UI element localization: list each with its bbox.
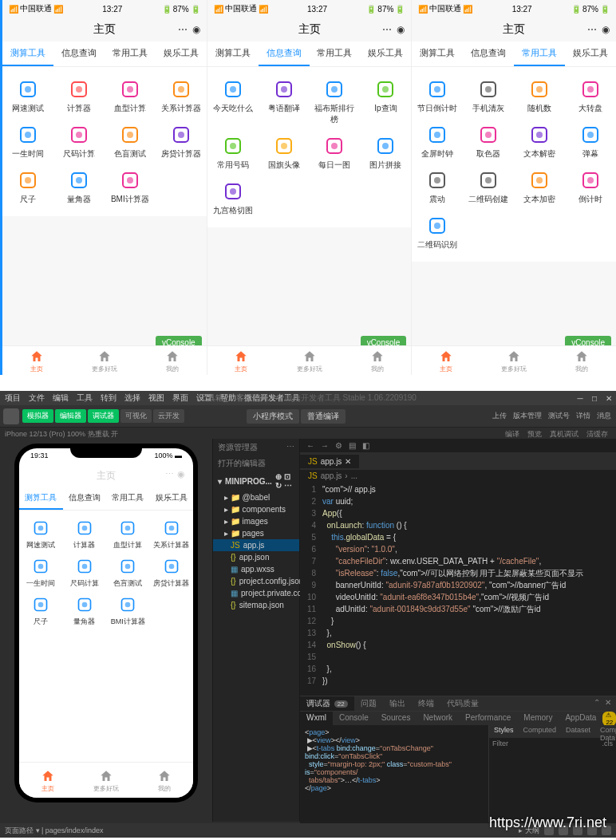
tool-item[interactable]: BMI计算器	[105, 164, 156, 210]
nav-item[interactable]: 更多好玩	[480, 346, 548, 375]
nav-item[interactable]: 我的	[343, 346, 411, 375]
nav-item[interactable]: 更多好玩	[77, 766, 136, 795]
tab-calc[interactable]: 测算工具	[207, 41, 259, 66]
menu-item[interactable]: 转到	[101, 392, 116, 404]
more-icon[interactable]: ⋯	[587, 24, 597, 35]
cls-toggle[interactable]: .cls	[602, 739, 614, 747]
tool-item[interactable]: 一生时间	[2, 119, 53, 164]
tool-item[interactable]: 国旗头像	[259, 130, 310, 175]
explorer-item[interactable]: ▸ 📁 components	[213, 503, 299, 515]
debug-subtab[interactable]: Network	[417, 712, 459, 725]
more-icon[interactable]: ⋯	[178, 24, 188, 35]
tool-item[interactable]: 计算器	[63, 515, 107, 554]
tool-item[interactable]: 全屏时钟	[412, 119, 463, 164]
explorer-item[interactable]: JS app.js	[213, 539, 299, 551]
back-icon[interactable]: ←	[306, 441, 314, 450]
nav-item[interactable]: 主页	[2, 346, 70, 375]
tool-item[interactable]: 一生时间	[19, 554, 63, 592]
menu-item[interactable]: 视图	[148, 392, 164, 404]
toolbar-action[interactable]: 版本管理	[513, 411, 542, 421]
tool-item[interactable]: 尺码计算	[63, 554, 107, 592]
tool-item[interactable]: 节日倒计时	[412, 73, 463, 119]
tool-item[interactable]: 粤语翻译	[259, 73, 310, 130]
nav-item[interactable]: 我的	[135, 766, 193, 795]
tool-item[interactable]: 随机数	[514, 73, 565, 119]
debug-subtab[interactable]: Wxml	[300, 712, 333, 725]
menu-item[interactable]: 工具	[77, 392, 93, 404]
tab-info[interactable]: 信息查询	[53, 41, 105, 66]
wxml-inspector[interactable]: <page> ▶<view></view> ▶<t-tabs bind:chan…	[300, 725, 488, 822]
tool-item[interactable]: 房贷计算器	[150, 554, 194, 592]
styles-tab[interactable]: Styles	[489, 725, 519, 738]
tab-calc[interactable]: 测算工具	[412, 41, 463, 66]
styles-tab[interactable]: Dataset	[561, 725, 595, 738]
tool-item[interactable]: 血型计算	[106, 515, 150, 554]
tab-calc[interactable]: 测算工具	[2, 41, 53, 66]
tool-item[interactable]: 房贷计算器	[156, 119, 207, 164]
menu-item[interactable]: 文件	[29, 392, 45, 404]
tab-info[interactable]: 信息查询	[463, 41, 514, 66]
explorer-item[interactable]: {} sitemap.json	[213, 599, 299, 611]
debug-tab[interactable]: 输出	[383, 696, 412, 711]
menu-item[interactable]: 选择	[124, 392, 140, 404]
compile-dropdown[interactable]: 普通编译	[301, 409, 346, 424]
tool-icon[interactable]: ⚙	[335, 441, 342, 450]
explorer-item[interactable]: ▸ 📁 @babel	[213, 491, 299, 503]
tool-item[interactable]: 网速测试	[19, 515, 63, 554]
nav-item[interactable]: 主页	[207, 346, 275, 375]
tool-icon[interactable]: ▤	[349, 441, 356, 450]
tool-item[interactable]: 弹幕	[565, 119, 616, 164]
tool-item[interactable]: 关系计算器	[156, 73, 207, 119]
explorer-item[interactable]: {} app.json	[213, 551, 299, 563]
mode-button[interactable]: 调试器	[88, 409, 119, 423]
tool-item[interactable]: Ip查询	[360, 73, 411, 130]
tool-item[interactable]: 量角器	[63, 592, 107, 630]
sim-tab[interactable]: 信息查询	[63, 487, 107, 510]
nav-item[interactable]: 我的	[138, 346, 206, 375]
mode-button[interactable]: 云开发	[153, 409, 184, 423]
tool-item[interactable]: 量角器	[53, 164, 105, 210]
tool-item[interactable]: 色盲测试	[106, 554, 150, 592]
nav-item[interactable]: 更多好玩	[70, 346, 138, 375]
tab-fun[interactable]: 娱乐工具	[360, 41, 411, 66]
sim-tab[interactable]: 常用工具	[106, 487, 150, 510]
tool-item[interactable]: 二维码创建	[463, 164, 514, 210]
tool-item[interactable]: 倒计时	[565, 164, 616, 210]
mode-button[interactable]: 可视化	[120, 409, 152, 423]
tool-item[interactable]: 尺子	[2, 164, 53, 210]
toolbar-action[interactable]: 真机调试	[550, 429, 578, 440]
nav-item[interactable]: 我的	[548, 346, 616, 375]
more-icon[interactable]: ⋯	[382, 24, 392, 35]
tab-common[interactable]: 常用工具	[514, 41, 565, 66]
nav-item[interactable]: 更多好玩	[275, 346, 343, 375]
tool-item[interactable]: 图片拼接	[360, 130, 411, 175]
sim-tab[interactable]: 娱乐工具	[150, 487, 194, 510]
toolbar-action[interactable]: 测试号	[548, 411, 570, 421]
collapse-icon[interactable]: ⌃	[594, 698, 600, 707]
tool-item[interactable]: 今天吃什么	[207, 73, 259, 130]
tool-icon[interactable]: ◧	[362, 441, 369, 450]
explorer-item[interactable]: {} project.config.json	[213, 575, 299, 587]
tab-info[interactable]: 信息查询	[259, 41, 310, 66]
debug-subtab[interactable]: Performance	[459, 712, 517, 725]
toolbar-action[interactable]: 预览	[527, 429, 542, 440]
maximize-icon[interactable]: □	[587, 394, 602, 403]
toolbar-action[interactable]: 编译	[505, 429, 519, 440]
tool-item[interactable]: 二维码识别	[412, 210, 463, 255]
toolbar-action[interactable]: 详情	[576, 411, 590, 421]
tool-item[interactable]: 文本加密	[514, 164, 565, 210]
explorer-item[interactable]: ▸ 📁 pages	[213, 527, 299, 539]
avatar[interactable]	[3, 408, 19, 424]
debug-subtab[interactable]: AppData	[559, 712, 602, 725]
tool-item[interactable]: 福布斯排行榜	[310, 73, 361, 130]
debug-subtab[interactable]: Console	[333, 712, 375, 725]
debug-tab[interactable]: 调试器 22	[300, 696, 354, 711]
tool-item[interactable]: 计算器	[53, 73, 105, 119]
page-path[interactable]: 页面路径 ▾ | pages/index/index	[5, 826, 103, 836]
target-icon[interactable]: ◉	[397, 24, 405, 35]
tool-item[interactable]: 关系计算器	[150, 515, 194, 554]
tool-item[interactable]: 文本解密	[514, 119, 565, 164]
tool-item[interactable]: 手机清灰	[463, 73, 514, 119]
tool-item[interactable]: 震动	[412, 164, 463, 210]
close-tab-icon[interactable]: ✕	[345, 457, 351, 466]
